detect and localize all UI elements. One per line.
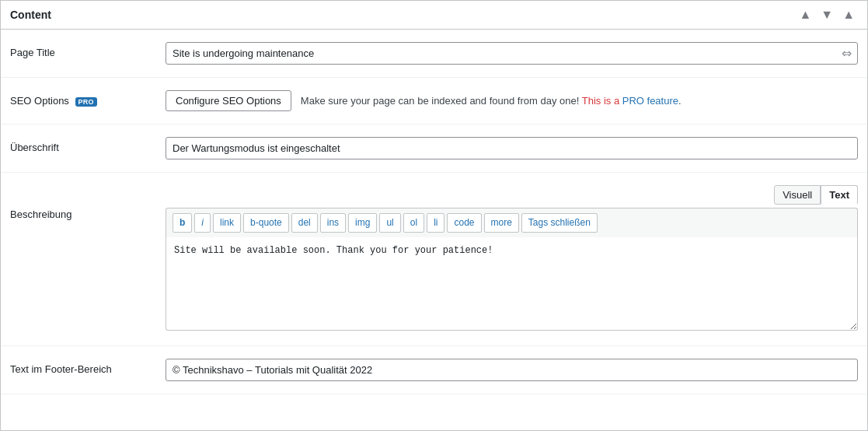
editor-tabs: Visuell Text bbox=[166, 185, 858, 205]
pro-feature-link[interactable]: PRO feature bbox=[622, 95, 678, 107]
footer-text-field bbox=[166, 359, 858, 381]
beschreibung-textarea[interactable] bbox=[166, 237, 858, 331]
toolbar-btn-i[interactable]: i bbox=[194, 213, 211, 233]
beschreibung-field: Visuell Text b i link b-quote del ins im… bbox=[166, 185, 858, 333]
beschreibung-row: Beschreibung Visuell Text b i link b-quo… bbox=[1, 173, 867, 346]
tab-visuell[interactable]: Visuell bbox=[774, 185, 821, 205]
page-title-field: ⇔ bbox=[166, 42, 858, 65]
panel-controls: ▲ ▼ ▲ bbox=[796, 7, 858, 23]
configure-seo-button[interactable]: Configure SEO Options bbox=[166, 90, 291, 111]
seo-options-field: Configure SEO Options Make sure your pag… bbox=[166, 90, 858, 111]
panel-title: Content bbox=[10, 9, 51, 21]
toolbar-btn-b[interactable]: b bbox=[173, 213, 192, 233]
toolbar-btn-tags-schliessen[interactable]: Tags schließen bbox=[521, 213, 598, 233]
editor-toolbar: b i link b-quote del ins img ul ol li co… bbox=[166, 208, 858, 237]
toolbar-btn-ul[interactable]: ul bbox=[379, 213, 400, 233]
page-title-input[interactable] bbox=[166, 42, 858, 65]
toolbar-btn-link[interactable]: link bbox=[213, 213, 241, 233]
toolbar-btn-li[interactable]: li bbox=[427, 213, 444, 233]
uberschrift-row: Überschrift bbox=[1, 124, 867, 173]
uberschrift-input[interactable] bbox=[166, 137, 858, 159]
footer-text-input[interactable] bbox=[166, 359, 858, 381]
panel-body: Page Title ⇔ SEO Options PRO Configure S… bbox=[1, 30, 867, 394]
toolbar-btn-bquote[interactable]: b-quote bbox=[243, 213, 289, 233]
toolbar-btn-more[interactable]: more bbox=[484, 213, 519, 233]
seo-options-label: SEO Options PRO bbox=[10, 90, 166, 107]
panel-up-button[interactable]: ▲ bbox=[796, 7, 814, 23]
page-title-row: Page Title ⇔ bbox=[1, 30, 867, 78]
panel-down-button[interactable]: ▼ bbox=[817, 7, 836, 23]
pro-badge: PRO bbox=[75, 97, 97, 107]
footer-text-row: Text im Footer-Bereich bbox=[1, 346, 867, 394]
toolbar-btn-img[interactable]: img bbox=[348, 213, 377, 233]
toolbar-btn-del[interactable]: del bbox=[291, 213, 318, 233]
seo-options-row: SEO Options PRO Configure SEO Options Ma… bbox=[1, 78, 867, 124]
page-title-icon: ⇔ bbox=[842, 46, 852, 61]
beschreibung-label: Beschreibung bbox=[10, 185, 166, 220]
seo-row: Configure SEO Options Make sure your pag… bbox=[166, 90, 858, 111]
uberschrift-label: Überschrift bbox=[10, 137, 166, 153]
tab-text[interactable]: Text bbox=[821, 185, 858, 205]
page-title-label: Page Title bbox=[10, 42, 166, 58]
toolbar-btn-ol[interactable]: ol bbox=[403, 213, 424, 233]
toolbar-btn-ins[interactable]: ins bbox=[320, 213, 346, 233]
toolbar-btn-code[interactable]: code bbox=[447, 213, 481, 233]
panel-collapse-button[interactable]: ▲ bbox=[839, 7, 858, 23]
seo-notice: Make sure your page can be indexed and f… bbox=[301, 95, 682, 107]
page-title-input-wrapper: ⇔ bbox=[166, 42, 858, 65]
footer-text-label: Text im Footer-Bereich bbox=[10, 359, 166, 375]
uberschrift-field bbox=[166, 137, 858, 159]
panel-header: Content ▲ ▼ ▲ bbox=[1, 1, 867, 30]
content-panel: Content ▲ ▼ ▲ Page Title ⇔ SEO Options P… bbox=[0, 0, 868, 431]
